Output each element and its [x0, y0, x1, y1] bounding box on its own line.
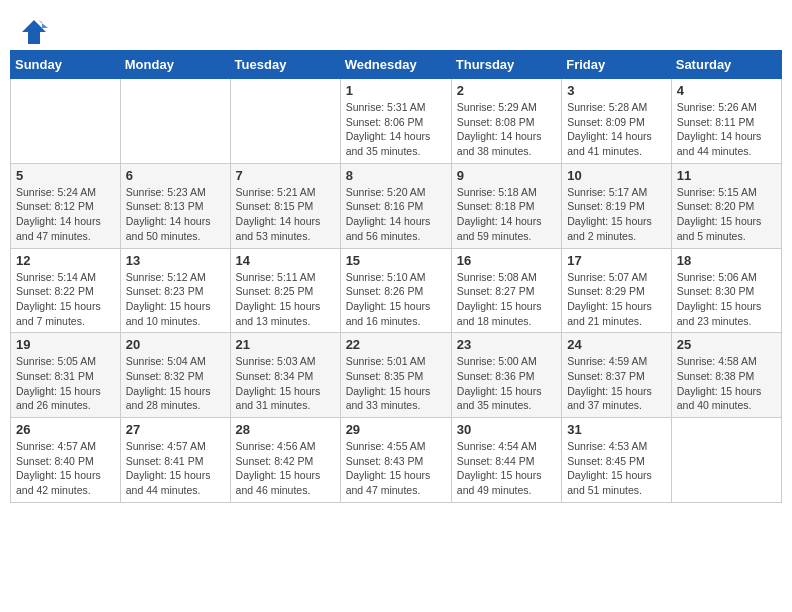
- day-info: Sunrise: 5:29 AM Sunset: 8:08 PM Dayligh…: [457, 100, 556, 159]
- calendar-week-row: 5Sunrise: 5:24 AM Sunset: 8:12 PM Daylig…: [11, 163, 782, 248]
- calendar-week-row: 1Sunrise: 5:31 AM Sunset: 8:06 PM Daylig…: [11, 79, 782, 164]
- day-info: Sunrise: 5:10 AM Sunset: 8:26 PM Dayligh…: [346, 270, 446, 329]
- day-number: 18: [677, 253, 776, 268]
- day-number: 23: [457, 337, 556, 352]
- weekday-header: Tuesday: [230, 51, 340, 79]
- day-number: 17: [567, 253, 666, 268]
- day-info: Sunrise: 4:57 AM Sunset: 8:40 PM Dayligh…: [16, 439, 115, 498]
- day-info: Sunrise: 5:07 AM Sunset: 8:29 PM Dayligh…: [567, 270, 666, 329]
- day-info: Sunrise: 4:55 AM Sunset: 8:43 PM Dayligh…: [346, 439, 446, 498]
- day-number: 21: [236, 337, 335, 352]
- day-info: Sunrise: 5:20 AM Sunset: 8:16 PM Dayligh…: [346, 185, 446, 244]
- day-number: 7: [236, 168, 335, 183]
- calendar-cell: [230, 79, 340, 164]
- day-number: 6: [126, 168, 225, 183]
- day-info: Sunrise: 5:00 AM Sunset: 8:36 PM Dayligh…: [457, 354, 556, 413]
- day-info: Sunrise: 5:18 AM Sunset: 8:18 PM Dayligh…: [457, 185, 556, 244]
- calendar-cell: 24Sunrise: 4:59 AM Sunset: 8:37 PM Dayli…: [562, 333, 672, 418]
- page-header: [10, 10, 782, 50]
- calendar-cell: 2Sunrise: 5:29 AM Sunset: 8:08 PM Daylig…: [451, 79, 561, 164]
- day-info: Sunrise: 5:04 AM Sunset: 8:32 PM Dayligh…: [126, 354, 225, 413]
- day-number: 1: [346, 83, 446, 98]
- calendar-cell: 8Sunrise: 5:20 AM Sunset: 8:16 PM Daylig…: [340, 163, 451, 248]
- calendar-table: SundayMondayTuesdayWednesdayThursdayFrid…: [10, 50, 782, 503]
- day-number: 29: [346, 422, 446, 437]
- day-info: Sunrise: 4:57 AM Sunset: 8:41 PM Dayligh…: [126, 439, 225, 498]
- day-number: 2: [457, 83, 556, 98]
- day-number: 20: [126, 337, 225, 352]
- day-info: Sunrise: 5:03 AM Sunset: 8:34 PM Dayligh…: [236, 354, 335, 413]
- day-info: Sunrise: 5:12 AM Sunset: 8:23 PM Dayligh…: [126, 270, 225, 329]
- calendar-cell: 14Sunrise: 5:11 AM Sunset: 8:25 PM Dayli…: [230, 248, 340, 333]
- calendar-cell: 12Sunrise: 5:14 AM Sunset: 8:22 PM Dayli…: [11, 248, 121, 333]
- calendar-cell: 17Sunrise: 5:07 AM Sunset: 8:29 PM Dayli…: [562, 248, 672, 333]
- weekday-header: Monday: [120, 51, 230, 79]
- weekday-header: Sunday: [11, 51, 121, 79]
- day-number: 3: [567, 83, 666, 98]
- calendar-cell: 22Sunrise: 5:01 AM Sunset: 8:35 PM Dayli…: [340, 333, 451, 418]
- calendar-cell: 16Sunrise: 5:08 AM Sunset: 8:27 PM Dayli…: [451, 248, 561, 333]
- calendar-cell: 10Sunrise: 5:17 AM Sunset: 8:19 PM Dayli…: [562, 163, 672, 248]
- day-number: 16: [457, 253, 556, 268]
- calendar-cell: 15Sunrise: 5:10 AM Sunset: 8:26 PM Dayli…: [340, 248, 451, 333]
- day-info: Sunrise: 5:15 AM Sunset: 8:20 PM Dayligh…: [677, 185, 776, 244]
- day-info: Sunrise: 5:24 AM Sunset: 8:12 PM Dayligh…: [16, 185, 115, 244]
- day-number: 15: [346, 253, 446, 268]
- calendar-cell: 19Sunrise: 5:05 AM Sunset: 8:31 PM Dayli…: [11, 333, 121, 418]
- day-number: 14: [236, 253, 335, 268]
- day-info: Sunrise: 4:53 AM Sunset: 8:45 PM Dayligh…: [567, 439, 666, 498]
- calendar-cell: 7Sunrise: 5:21 AM Sunset: 8:15 PM Daylig…: [230, 163, 340, 248]
- calendar-cell: 20Sunrise: 5:04 AM Sunset: 8:32 PM Dayli…: [120, 333, 230, 418]
- calendar-cell: 26Sunrise: 4:57 AM Sunset: 8:40 PM Dayli…: [11, 418, 121, 503]
- calendar-cell: 13Sunrise: 5:12 AM Sunset: 8:23 PM Dayli…: [120, 248, 230, 333]
- calendar-cell: 6Sunrise: 5:23 AM Sunset: 8:13 PM Daylig…: [120, 163, 230, 248]
- calendar-week-row: 26Sunrise: 4:57 AM Sunset: 8:40 PM Dayli…: [11, 418, 782, 503]
- day-number: 31: [567, 422, 666, 437]
- calendar-cell: 11Sunrise: 5:15 AM Sunset: 8:20 PM Dayli…: [671, 163, 781, 248]
- calendar-cell: 23Sunrise: 5:00 AM Sunset: 8:36 PM Dayli…: [451, 333, 561, 418]
- calendar-cell: 28Sunrise: 4:56 AM Sunset: 8:42 PM Dayli…: [230, 418, 340, 503]
- calendar-week-row: 19Sunrise: 5:05 AM Sunset: 8:31 PM Dayli…: [11, 333, 782, 418]
- calendar-cell: 18Sunrise: 5:06 AM Sunset: 8:30 PM Dayli…: [671, 248, 781, 333]
- logo-icon: [20, 18, 48, 46]
- day-number: 8: [346, 168, 446, 183]
- logo: [20, 18, 52, 46]
- day-number: 11: [677, 168, 776, 183]
- day-number: 12: [16, 253, 115, 268]
- calendar-header-row: SundayMondayTuesdayWednesdayThursdayFrid…: [11, 51, 782, 79]
- day-info: Sunrise: 5:31 AM Sunset: 8:06 PM Dayligh…: [346, 100, 446, 159]
- day-number: 5: [16, 168, 115, 183]
- day-info: Sunrise: 4:58 AM Sunset: 8:38 PM Dayligh…: [677, 354, 776, 413]
- day-number: 4: [677, 83, 776, 98]
- weekday-header: Thursday: [451, 51, 561, 79]
- day-info: Sunrise: 5:26 AM Sunset: 8:11 PM Dayligh…: [677, 100, 776, 159]
- day-info: Sunrise: 4:56 AM Sunset: 8:42 PM Dayligh…: [236, 439, 335, 498]
- calendar-cell: 3Sunrise: 5:28 AM Sunset: 8:09 PM Daylig…: [562, 79, 672, 164]
- day-number: 22: [346, 337, 446, 352]
- day-info: Sunrise: 5:28 AM Sunset: 8:09 PM Dayligh…: [567, 100, 666, 159]
- calendar-body: 1Sunrise: 5:31 AM Sunset: 8:06 PM Daylig…: [11, 79, 782, 503]
- day-number: 27: [126, 422, 225, 437]
- calendar-cell: [671, 418, 781, 503]
- weekday-header: Wednesday: [340, 51, 451, 79]
- calendar-cell: 30Sunrise: 4:54 AM Sunset: 8:44 PM Dayli…: [451, 418, 561, 503]
- day-number: 9: [457, 168, 556, 183]
- calendar-cell: 21Sunrise: 5:03 AM Sunset: 8:34 PM Dayli…: [230, 333, 340, 418]
- day-info: Sunrise: 5:05 AM Sunset: 8:31 PM Dayligh…: [16, 354, 115, 413]
- calendar-cell: 1Sunrise: 5:31 AM Sunset: 8:06 PM Daylig…: [340, 79, 451, 164]
- day-number: 25: [677, 337, 776, 352]
- calendar-cell: [120, 79, 230, 164]
- calendar-cell: 5Sunrise: 5:24 AM Sunset: 8:12 PM Daylig…: [11, 163, 121, 248]
- calendar-cell: 27Sunrise: 4:57 AM Sunset: 8:41 PM Dayli…: [120, 418, 230, 503]
- day-number: 24: [567, 337, 666, 352]
- day-info: Sunrise: 5:17 AM Sunset: 8:19 PM Dayligh…: [567, 185, 666, 244]
- day-number: 30: [457, 422, 556, 437]
- day-info: Sunrise: 4:59 AM Sunset: 8:37 PM Dayligh…: [567, 354, 666, 413]
- day-info: Sunrise: 5:14 AM Sunset: 8:22 PM Dayligh…: [16, 270, 115, 329]
- calendar-cell: 31Sunrise: 4:53 AM Sunset: 8:45 PM Dayli…: [562, 418, 672, 503]
- day-info: Sunrise: 5:08 AM Sunset: 8:27 PM Dayligh…: [457, 270, 556, 329]
- weekday-header: Saturday: [671, 51, 781, 79]
- weekday-header: Friday: [562, 51, 672, 79]
- day-info: Sunrise: 4:54 AM Sunset: 8:44 PM Dayligh…: [457, 439, 556, 498]
- calendar-cell: 4Sunrise: 5:26 AM Sunset: 8:11 PM Daylig…: [671, 79, 781, 164]
